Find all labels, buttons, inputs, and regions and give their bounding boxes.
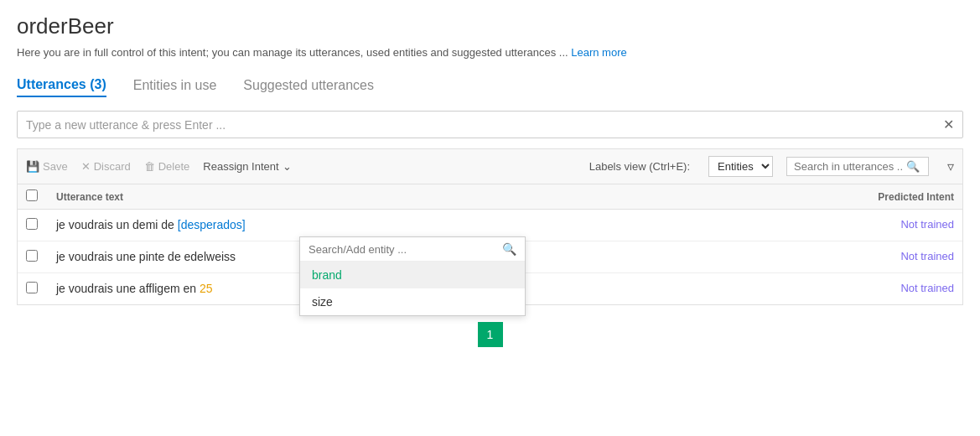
row-checkbox-1 <box>26 218 56 232</box>
save-button[interactable]: 💾 Save <box>26 160 68 173</box>
main-page: orderBeer Here you are in full control o… <box>0 0 980 361</box>
utterance-input-container: ✕ <box>17 111 963 138</box>
row-3-checkbox[interactable] <box>26 282 38 293</box>
tabs-bar: Utterances (3) Entities in use Suggested… <box>17 74 963 97</box>
number-highlight: 25 <box>200 282 213 295</box>
utterance-input[interactable] <box>26 118 943 132</box>
utterance-text-2: je voudrais une pinte de edelweiss <box>56 250 236 263</box>
learn-more-link[interactable]: Learn more <box>571 46 626 59</box>
row-3-predicted: Not trained <box>837 282 954 294</box>
entity-dropdown: 🔍 brand size <box>299 236 526 316</box>
subtitle-text: Here you are in full control of this int… <box>17 46 568 59</box>
entity-search-input[interactable] <box>309 243 497 256</box>
utterance-text-3-before-number: je voudrais une affligem en <box>56 282 200 295</box>
row-checkbox-3 <box>26 282 56 296</box>
col-header-utterance: Utterance text <box>56 191 837 203</box>
entity-value[interactable]: desperados <box>181 218 242 231</box>
row-2-predicted: Not trained <box>837 250 954 262</box>
discard-label: Discard <box>94 160 131 173</box>
table-row: je voudrais un demi de [desperados] Not … <box>18 210 962 241</box>
col-header-predicted: Predicted Intent <box>837 191 954 203</box>
toolbar: 💾 Save ✕ Discard 🗑 Delete Reassign Inten… <box>17 148 963 184</box>
delete-label: Delete <box>158 160 190 173</box>
tab-suggested-utterances[interactable]: Suggested utterances <box>243 75 374 96</box>
row-2-checkbox[interactable] <box>26 250 38 262</box>
row-checkbox-2 <box>26 250 56 264</box>
labels-select[interactable]: Entities <box>708 156 773 177</box>
dropdown-search-container: 🔍 <box>300 237 525 262</box>
filter-icon[interactable]: ▿ <box>947 158 954 174</box>
close-icon[interactable]: ✕ <box>943 117 954 132</box>
table-header: Utterance text Predicted Intent <box>18 184 962 210</box>
pagination: 1 <box>17 322 963 347</box>
dropdown-item-size[interactable]: size <box>300 288 525 315</box>
delete-button[interactable]: 🗑 Delete <box>144 160 190 173</box>
row-1-utterance[interactable]: je voudrais un demi de [desperados] <box>56 216 837 234</box>
header-checkbox-cell <box>26 189 56 204</box>
select-all-checkbox[interactable] <box>26 189 38 201</box>
reassign-label: Reassign Intent <box>203 160 278 173</box>
save-icon: 💾 <box>26 160 39 173</box>
page-1-button[interactable]: 1 <box>478 322 503 347</box>
labels-view-label: Labels view (Ctrl+E): <box>589 160 690 173</box>
discard-button[interactable]: ✕ Discard <box>81 160 131 173</box>
entity-bracket-close: ] <box>242 218 246 231</box>
discard-icon: ✕ <box>81 160 91 173</box>
dropdown-search-icon: 🔍 <box>502 242 516 256</box>
delete-icon: 🗑 <box>144 160 155 173</box>
dropdown-item-brand[interactable]: brand <box>300 262 525 288</box>
page-title: orderBeer <box>17 13 963 39</box>
reassign-intent-button[interactable]: Reassign Intent ⌄ <box>203 160 291 173</box>
utterances-table: Utterance text Predicted Intent je voudr… <box>17 184 963 305</box>
utterance-text-before-entity: je voudrais un demi de <box>56 218 178 231</box>
tab-entities-in-use[interactable]: Entities in use <box>133 75 217 96</box>
save-label: Save <box>43 160 68 173</box>
subtitle: Here you are in full control of this int… <box>17 46 963 59</box>
search-utterances-input[interactable] <box>794 160 903 173</box>
chevron-down-icon: ⌄ <box>283 160 292 173</box>
search-icon: 🔍 <box>906 160 920 173</box>
search-utterances-container: 🔍 <box>786 157 929 176</box>
row-1-predicted: Not trained <box>837 218 954 231</box>
row-1-checkbox[interactable] <box>26 218 38 230</box>
tab-utterances[interactable]: Utterances (3) <box>17 74 106 97</box>
